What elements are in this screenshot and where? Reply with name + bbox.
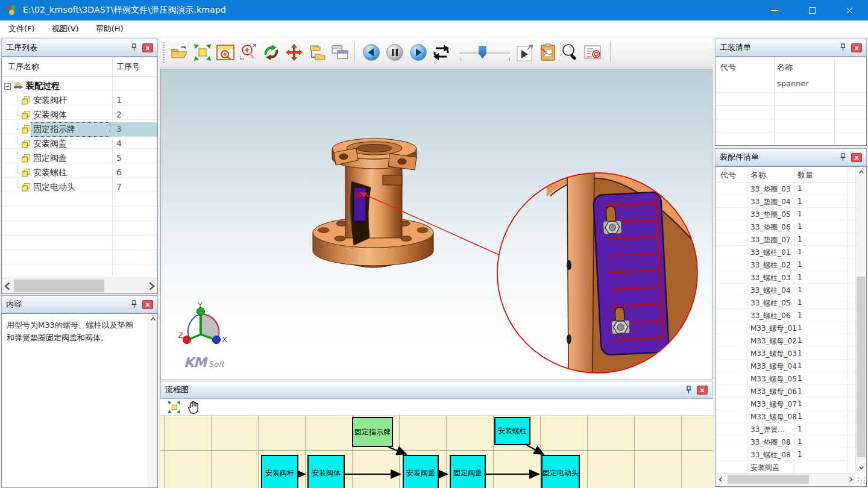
flow-pan-button[interactable] (186, 400, 201, 414)
pin-icon[interactable] (840, 43, 846, 52)
parts-table-row[interactable]: 33_螺柱_03 1 (715, 271, 855, 284)
flowchart-canvas[interactable]: 固定指示牌 安装螺柱 安装阀杆 安装阀体 安装阀盖 固定阀盖 固定电动头 (160, 416, 712, 488)
scrollbar-thumb[interactable] (14, 280, 104, 292)
pin-icon[interactable] (131, 43, 137, 52)
parts-table-row[interactable]: 安装阀盖 (715, 461, 855, 474)
loop-button[interactable] (430, 42, 452, 63)
process-row-2[interactable]: 安装阀体2 (2, 108, 157, 122)
axis-y-label: Y (197, 301, 203, 310)
scrollbar-thumb[interactable] (728, 475, 809, 484)
parts-table-row[interactable]: M33_螺母_07 1 (715, 398, 855, 410)
flow-fit-button[interactable] (166, 400, 182, 414)
window-layout-button[interactable] (329, 42, 351, 63)
process-row-6[interactable]: 安装螺柱6 (2, 166, 157, 180)
process-step-icon (21, 125, 31, 134)
snapshot-button[interactable] (537, 42, 559, 63)
speed-slider-handle[interactable] (479, 46, 486, 58)
content-vertical-scrollbar[interactable] (148, 314, 157, 487)
parts-table-row[interactable]: M33_螺母_05 1 (715, 372, 855, 385)
zoom-window-button[interactable] (215, 42, 236, 63)
parts-table-row[interactable]: 33_垫圈_07 1 (715, 233, 855, 246)
window-title: E:\02_kmsoft\3DAST\样例文件\泄压阀演示.kmapd (23, 5, 226, 16)
open-structure-button[interactable] (306, 42, 328, 63)
rotate-view-button[interactable] (260, 42, 282, 63)
process-horizontal-scrollbar[interactable] (2, 278, 157, 293)
pin-icon[interactable] (131, 300, 137, 308)
toolbar-grip[interactable] (163, 42, 165, 63)
process-row-5[interactable]: 固定阀盖5 (2, 151, 157, 166)
close-panel-icon[interactable]: x (142, 43, 153, 52)
scroll-right-icon[interactable] (847, 477, 854, 483)
menu-bar: 文件(F) 视图(V) 帮助(H) (0, 20, 868, 37)
tooling-row-spanner[interactable]: spanner (777, 79, 809, 88)
parts-table-row[interactable]: 33_螺柱_08 1 (715, 448, 855, 461)
collapse-icon[interactable] (4, 83, 11, 90)
scroll-right-icon[interactable] (146, 281, 156, 291)
parts-table-row[interactable]: 33_螺柱_01 1 (715, 246, 855, 258)
scroll-left-icon[interactable] (717, 477, 725, 483)
parts-table-row[interactable]: M33_螺母_08 1 (715, 410, 855, 423)
pin-icon[interactable] (685, 386, 692, 394)
jump-end-button[interactable] (515, 42, 536, 63)
menu-view[interactable]: 视图(V) (43, 23, 87, 34)
process-row-4[interactable]: 安装阀盖4 (2, 137, 157, 151)
flow-node-fix-sign[interactable]: 固定指示牌 (352, 417, 393, 447)
scroll-up-icon[interactable] (149, 316, 157, 322)
assembly-process-icon (14, 81, 24, 91)
fit-view-button[interactable] (192, 42, 213, 63)
play-button[interactable] (407, 42, 429, 63)
scroll-down-icon[interactable] (858, 465, 865, 471)
parts-table-row[interactable]: 33_螺柱_05 1 (715, 296, 855, 309)
process-row-7[interactable]: 固定电动头7 (2, 180, 157, 195)
maximize-button[interactable] (793, 0, 831, 20)
open-file-button[interactable] (169, 42, 190, 63)
pin-icon[interactable] (840, 153, 846, 161)
report-button[interactable] (582, 42, 604, 63)
step-back-button[interactable] (360, 42, 382, 63)
flow-node-install-body[interactable]: 安装阀体 (307, 455, 345, 488)
parts-table-row[interactable]: 33_螺柱_02 1 (715, 258, 855, 271)
parts-table-row[interactable]: 33_弹簧... 1 (715, 423, 855, 436)
parts-vertical-scrollbar[interactable] (855, 167, 866, 473)
parts-table-row[interactable]: M33_螺母_06 1 (715, 385, 855, 398)
close-panel-icon[interactable]: x (851, 153, 862, 162)
parts-table-row[interactable]: 33_垫圈_04 1 (715, 195, 855, 208)
parts-table-row[interactable]: 33_垫圈_08 1 (715, 436, 855, 448)
flow-node-install-cover[interactable]: 安装阀盖 (403, 455, 439, 488)
parts-table-row[interactable]: 33_垫圈_06 1 (715, 221, 855, 233)
minimize-button[interactable] (756, 0, 793, 20)
flow-node-install-stud[interactable]: 安装螺柱 (494, 417, 530, 445)
scroll-up-icon[interactable] (858, 169, 865, 175)
zoom-dynamic-button[interactable] (237, 42, 259, 63)
menu-help[interactable]: 帮助(H) (87, 23, 132, 34)
tree-root-row[interactable]: 装配过程 (2, 79, 157, 93)
parts-table-row[interactable]: M33_螺母_01 1 (715, 322, 855, 334)
pause-button[interactable] (384, 42, 406, 63)
kmsoft-logo: KM Soft (184, 355, 224, 370)
find-view-button[interactable] (559, 42, 581, 63)
parts-horizontal-scrollbar[interactable] (715, 473, 856, 485)
close-button[interactable] (831, 0, 868, 20)
parts-table-row[interactable]: M33_螺母_03 1 (715, 347, 855, 360)
close-panel-icon[interactable]: x (142, 300, 153, 309)
parts-table-row[interactable]: 33_螺柱_06 1 (715, 309, 855, 322)
flow-node-fix-actuator[interactable]: 固定电动头 (541, 455, 580, 488)
parts-table-row[interactable]: M33_螺母_04 1 (715, 360, 855, 372)
parts-table-row[interactable]: 33_垫圈_05 1 (715, 208, 855, 221)
flow-node-fix-cover[interactable]: 固定阀盖 (450, 455, 486, 488)
close-panel-icon[interactable]: x (697, 386, 708, 395)
pan-view-button[interactable] (283, 42, 305, 63)
scrollbar-thumb[interactable] (857, 277, 866, 457)
close-panel-icon[interactable]: x (851, 43, 862, 52)
menu-file[interactable]: 文件(F) (0, 23, 43, 34)
tooling-table: 代号 名称 spanner (715, 57, 867, 146)
scroll-left-icon[interactable] (3, 281, 13, 291)
3d-viewport[interactable]: Y Z X KM Soft (160, 69, 712, 380)
flow-node-install-stem[interactable]: 安装阀杆 (261, 455, 298, 488)
parts-table-row[interactable]: 33_垫圈_03 1 (715, 183, 855, 195)
process-row-3-selected[interactable]: 固定指示牌3 (2, 122, 157, 137)
resize-grip[interactable] (857, 476, 865, 484)
parts-table-row[interactable]: M33_螺母_02 1 (715, 334, 855, 347)
process-row-1[interactable]: 安装阀杆1 (2, 93, 157, 108)
parts-table-row[interactable]: 33_螺柱_04 1 (715, 284, 855, 296)
